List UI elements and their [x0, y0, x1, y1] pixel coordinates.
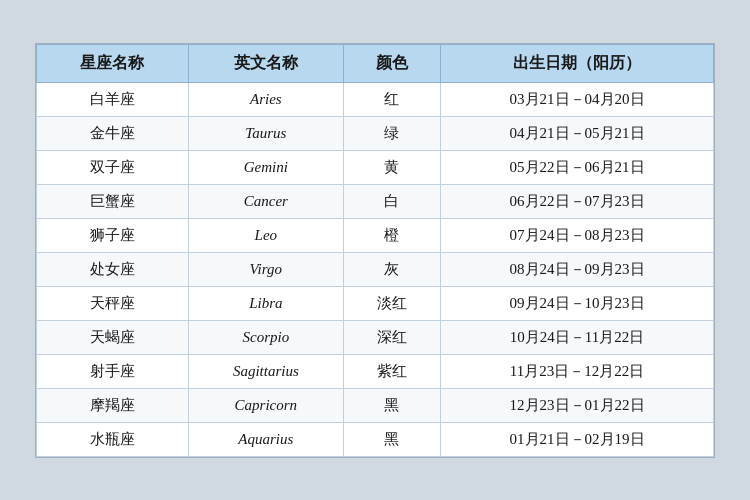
cell-color: 黑 [343, 422, 440, 456]
cell-color: 深红 [343, 320, 440, 354]
cell-english: Virgo [188, 252, 343, 286]
cell-chinese: 天蝎座 [37, 320, 189, 354]
zodiac-table-container: 星座名称 英文名称 颜色 出生日期（阳历） 白羊座Aries红03月21日－04… [35, 43, 715, 458]
cell-english: Taurus [188, 116, 343, 150]
cell-color: 灰 [343, 252, 440, 286]
table-header-row: 星座名称 英文名称 颜色 出生日期（阳历） [37, 44, 714, 82]
cell-dates: 06月22日－07月23日 [441, 184, 714, 218]
cell-dates: 08月24日－09月23日 [441, 252, 714, 286]
table-row: 射手座Sagittarius紫红11月23日－12月22日 [37, 354, 714, 388]
cell-chinese: 水瓶座 [37, 422, 189, 456]
cell-english: Aquarius [188, 422, 343, 456]
zodiac-table: 星座名称 英文名称 颜色 出生日期（阳历） 白羊座Aries红03月21日－04… [36, 44, 714, 457]
col-header-english: 英文名称 [188, 44, 343, 82]
table-row: 狮子座Leo橙07月24日－08月23日 [37, 218, 714, 252]
cell-english: Gemini [188, 150, 343, 184]
cell-color: 淡红 [343, 286, 440, 320]
cell-chinese: 天秤座 [37, 286, 189, 320]
cell-english: Cancer [188, 184, 343, 218]
cell-chinese: 摩羯座 [37, 388, 189, 422]
cell-color: 黑 [343, 388, 440, 422]
cell-dates: 04月21日－05月21日 [441, 116, 714, 150]
cell-dates: 07月24日－08月23日 [441, 218, 714, 252]
cell-dates: 12月23日－01月22日 [441, 388, 714, 422]
cell-english: Sagittarius [188, 354, 343, 388]
cell-english: Leo [188, 218, 343, 252]
table-row: 处女座Virgo灰08月24日－09月23日 [37, 252, 714, 286]
cell-english: Libra [188, 286, 343, 320]
table-row: 天秤座Libra淡红09月24日－10月23日 [37, 286, 714, 320]
cell-chinese: 巨蟹座 [37, 184, 189, 218]
cell-chinese: 双子座 [37, 150, 189, 184]
table-row: 摩羯座Capricorn黑12月23日－01月22日 [37, 388, 714, 422]
cell-english: Scorpio [188, 320, 343, 354]
table-row: 巨蟹座Cancer白06月22日－07月23日 [37, 184, 714, 218]
cell-color: 白 [343, 184, 440, 218]
cell-dates: 10月24日－11月22日 [441, 320, 714, 354]
cell-dates: 01月21日－02月19日 [441, 422, 714, 456]
cell-dates: 11月23日－12月22日 [441, 354, 714, 388]
table-row: 金牛座Taurus绿04月21日－05月21日 [37, 116, 714, 150]
cell-color: 红 [343, 82, 440, 116]
cell-chinese: 狮子座 [37, 218, 189, 252]
cell-color: 黄 [343, 150, 440, 184]
table-row: 天蝎座Scorpio深红10月24日－11月22日 [37, 320, 714, 354]
table-row: 白羊座Aries红03月21日－04月20日 [37, 82, 714, 116]
cell-english: Aries [188, 82, 343, 116]
cell-english: Capricorn [188, 388, 343, 422]
cell-dates: 05月22日－06月21日 [441, 150, 714, 184]
cell-chinese: 白羊座 [37, 82, 189, 116]
col-header-chinese: 星座名称 [37, 44, 189, 82]
cell-color: 紫红 [343, 354, 440, 388]
cell-color: 绿 [343, 116, 440, 150]
col-header-dates: 出生日期（阳历） [441, 44, 714, 82]
cell-chinese: 金牛座 [37, 116, 189, 150]
cell-dates: 03月21日－04月20日 [441, 82, 714, 116]
col-header-color: 颜色 [343, 44, 440, 82]
cell-chinese: 射手座 [37, 354, 189, 388]
table-body: 白羊座Aries红03月21日－04月20日金牛座Taurus绿04月21日－0… [37, 82, 714, 456]
table-row: 水瓶座Aquarius黑01月21日－02月19日 [37, 422, 714, 456]
cell-color: 橙 [343, 218, 440, 252]
table-row: 双子座Gemini黄05月22日－06月21日 [37, 150, 714, 184]
cell-dates: 09月24日－10月23日 [441, 286, 714, 320]
cell-chinese: 处女座 [37, 252, 189, 286]
